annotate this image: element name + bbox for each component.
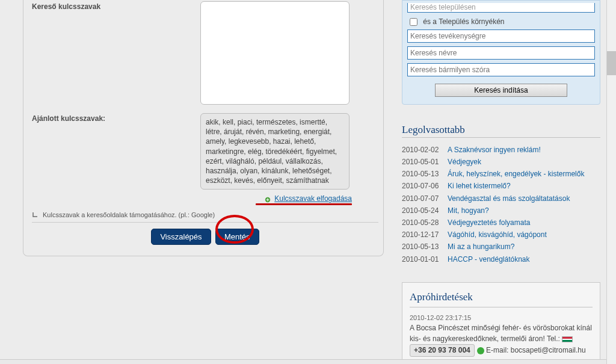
popular-item-link[interactable]: Védjegyek (448, 157, 481, 167)
phone-icon (477, 347, 484, 354)
add-icon (264, 196, 271, 202)
popular-item-date: 2010-05-13 (402, 242, 448, 251)
popular-list-item: 2010-01-01HACCP - vendéglátóknak (402, 253, 600, 265)
popular-list-item: 2010-05-28Védjegyeztetés folyamata (402, 217, 600, 229)
keyword-field-row: Kereső kulcsszavak (32, 0, 378, 106)
search-name-input[interactable] (407, 46, 595, 60)
popular-item-date: 2010-07-06 (402, 181, 448, 191)
info-corner-icon (32, 211, 39, 218)
suggested-row: Ajánlott kulcsszavak: akik, kell, piaci,… (32, 112, 378, 191)
search-anyword-input[interactable] (407, 63, 595, 76)
scrollbar-thumb[interactable] (607, 51, 616, 75)
browser-scrollbar[interactable] (606, 0, 616, 364)
back-button[interactable]: Visszalépés (151, 229, 211, 245)
popular-item-link[interactable]: Mit, hogyan? (448, 206, 489, 215)
hungary-flag-icon (562, 336, 573, 342)
popular-list-item: 2010-12-17Vágóhíd, kisvágóhíd, vágópont (402, 229, 600, 241)
save-button[interactable]: Mentés (215, 229, 259, 245)
popular-item-link[interactable]: Ki lehet kistermelő? (448, 181, 511, 191)
hint-text: Kulcsszavak a keresőoldalak támogatásáho… (43, 211, 215, 218)
keywords-textarea[interactable] (200, 1, 350, 105)
right-column: és a Település környékén Keresés indítás… (402, 0, 600, 364)
title-underline (402, 137, 600, 138)
popular-item-date: 2010-05-13 (402, 169, 448, 179)
popular-item-date: 2010-12-17 (402, 230, 448, 239)
popular-item-date: 2010-05-01 (402, 157, 448, 167)
keyword-label: Kereső kulcsszavak (32, 1, 200, 11)
search-activity-input[interactable] (407, 29, 595, 43)
popular-item-link[interactable]: Mi az a hungarikum? (448, 242, 514, 251)
popular-item-link[interactable]: A Szaknévsor ingyen reklám! (448, 145, 541, 155)
bottom-strip (0, 359, 606, 364)
popular-item-date: 2010-05-28 (402, 218, 448, 227)
popular-item-date: 2010-07-07 (402, 194, 448, 203)
popular-item-link[interactable]: Vendégasztal és más szolgáltatatások (448, 194, 570, 203)
accept-keywords-link[interactable]: Kulcsszavak elfogadása (274, 194, 352, 203)
suggested-keywords-box: akik, kell, piaci, természetes, ismertté… (200, 113, 350, 190)
accept-keywords-row: Kulcsszavak elfogadása (32, 191, 378, 204)
search-location-input-cut (407, 3, 595, 13)
popular-item-date: 2010-01-01 (402, 254, 448, 264)
popular-list-item: 2010-05-24Mit, hogyan? (402, 205, 600, 217)
surroundings-checkbox-row: és a Település környékén (407, 16, 595, 29)
classifieds-title: Apróhirdetések (410, 290, 593, 305)
popular-list-item: 2010-07-07Vendégasztal és más szolgáltat… (402, 193, 600, 205)
ad-text: A Bocsa Pincészet minőségi fehér- és vör… (410, 323, 593, 357)
hint-row: Kulcsszavak a keresőoldalak támogatásáho… (32, 205, 378, 223)
suggested-label: Ajánlott kulcsszavak: (32, 113, 200, 123)
popular-item-link[interactable]: Áruk, helyszínek, engedélyek - kistermel… (448, 169, 584, 179)
popular-list-item: 2010-05-13Mi az a hungarikum? (402, 241, 600, 253)
search-card: és a Település környékén Keresés indítás… (402, 0, 600, 105)
popular-list-item: 2010-02-02A Szaknévsor ingyen reklám! (402, 144, 600, 156)
search-submit-button[interactable]: Keresés indítása (435, 84, 567, 97)
popular-list: 2010-02-02A Szaknévsor ingyen reklám!201… (402, 144, 600, 265)
popular-list-item: 2010-05-01Védjegyek (402, 156, 600, 168)
title-underline-ads (410, 307, 593, 307)
popular-item-date: 2010-02-02 (402, 145, 448, 155)
form-buttons-row: Visszalépés Mentés (32, 229, 378, 245)
popular-item-link[interactable]: Vágóhíd, kisvágóhíd, vágópont (448, 230, 547, 239)
popular-item-link[interactable]: HACCP - vendéglátóknak (448, 254, 530, 264)
ad-date: 2010-12-02 23:17:15 (410, 313, 593, 323)
popular-list-item: 2010-05-13Áruk, helyszínek, engedélyek -… (402, 168, 600, 180)
classifieds-card: Apróhirdetések 2010-12-02 23:17:15A Bocs… (402, 282, 600, 364)
surroundings-checkbox[interactable] (410, 18, 417, 26)
surroundings-label: és a Település környékén (423, 17, 504, 26)
popular-item-date: 2010-05-24 (402, 206, 448, 215)
classified-ad: 2010-12-02 23:17:15A Bocsa Pincészet min… (410, 313, 593, 357)
ad-phone: +36 20 93 78 004 (410, 344, 475, 357)
popular-list-item: 2010-07-06Ki lehet kistermelő? (402, 180, 600, 192)
popular-item-link[interactable]: Védjegyeztetés folyamata (448, 218, 530, 227)
popular-section-title: Legolvasottabb (402, 124, 600, 136)
keywords-form-panel: Kereső kulcsszavak Ajánlott kulcsszavak:… (23, 0, 384, 256)
